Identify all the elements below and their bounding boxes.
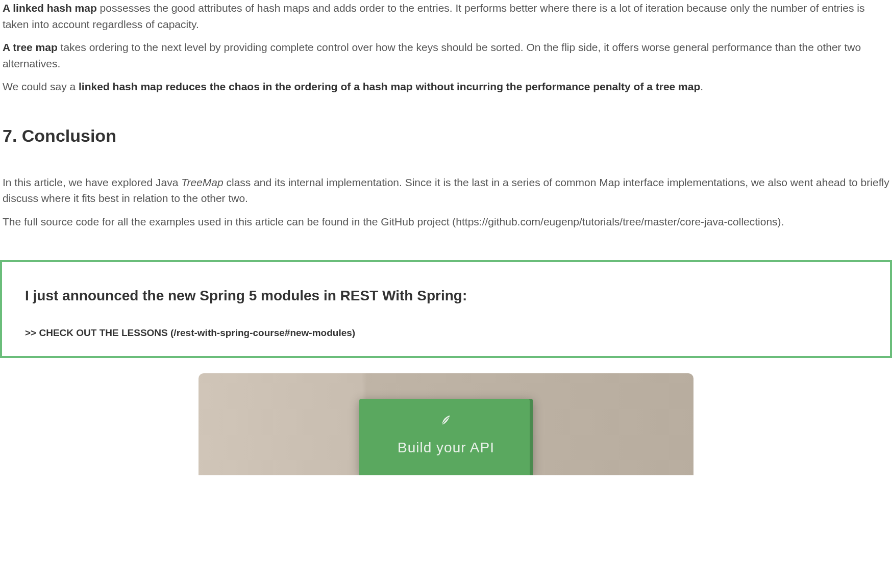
paragraph-text: The full source code for all the example… bbox=[3, 216, 381, 227]
bold-text: A linked hash map bbox=[3, 2, 97, 14]
callout-title: I just announced the new Spring 5 module… bbox=[25, 285, 867, 306]
paragraph-tree-map: A tree map takes ordering to the next le… bbox=[3, 39, 889, 71]
callout-link[interactable]: >> CHECK OUT THE LESSONS (/rest-with-spr… bbox=[25, 327, 355, 338]
book-title: Build your API bbox=[398, 437, 494, 458]
paragraph-text: . bbox=[700, 81, 703, 92]
bold-text: linked hash map reduces the chaos in the… bbox=[79, 81, 700, 92]
conclusion-paragraph-2: The full source code for all the example… bbox=[3, 214, 889, 230]
conclusion-heading: 7. Conclusion bbox=[3, 123, 889, 149]
paragraph-text: possesses the good attributes of hash ma… bbox=[3, 2, 864, 30]
paragraph-text: We could say a bbox=[3, 81, 79, 92]
callout-box: I just announced the new Spring 5 module… bbox=[0, 260, 892, 358]
bold-text: A tree map bbox=[3, 41, 58, 53]
github-link[interactable]: GitHub project (https://github.com/eugen… bbox=[381, 216, 781, 227]
book-promo-image[interactable]: Build your API bbox=[199, 373, 693, 475]
conclusion-paragraph-1: In this article, we have explored Java T… bbox=[3, 174, 889, 207]
paragraph-text: . bbox=[781, 216, 784, 227]
paragraph-text: In this article, we have explored Java bbox=[3, 176, 181, 188]
italic-text: TreeMap bbox=[181, 176, 223, 188]
paragraph-text: takes ordering to the next level by prov… bbox=[3, 41, 861, 69]
paragraph-summary: We could say a linked hash map reduces t… bbox=[3, 79, 889, 95]
book-cover: Build your API bbox=[359, 399, 533, 475]
paragraph-linked-hash-map: A linked hash map possesses the good att… bbox=[3, 0, 889, 32]
leaf-icon bbox=[438, 412, 454, 427]
